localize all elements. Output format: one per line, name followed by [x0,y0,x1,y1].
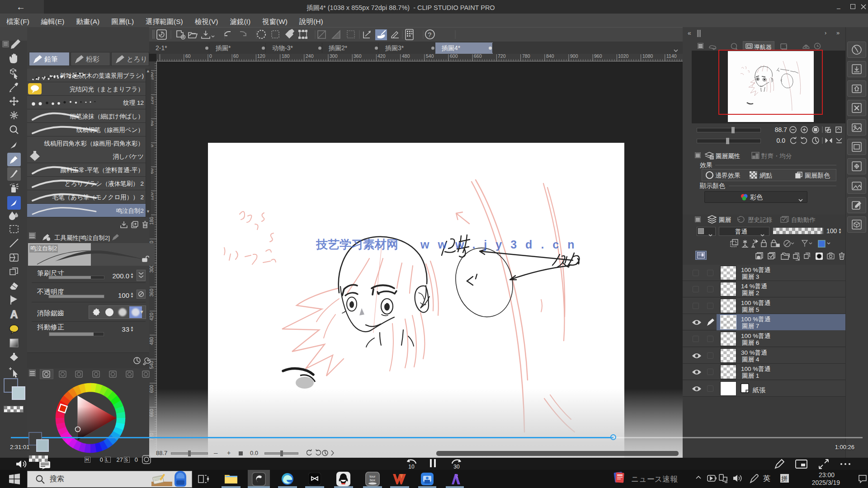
svg-text:?: ? [428,31,431,38]
svg-text:480: 480 [149,337,154,345]
svg-text:540: 540 [426,54,434,59]
svg-text:180: 180 [282,54,290,59]
svg-text:1080: 1080 [642,54,653,59]
svg-text:10: 10 [408,464,415,469]
svg-text:60: 60 [185,54,191,59]
svg-text:420: 420 [377,54,386,59]
svg-text:240: 240 [306,54,314,59]
svg-text:1020: 1020 [618,54,629,59]
svg-text:960: 960 [594,54,602,59]
svg-text:360: 360 [354,54,362,59]
svg-text:840: 840 [546,54,554,59]
svg-text:420: 420 [149,313,154,321]
svg-text:120: 120 [257,54,265,59]
svg-text:720: 720 [498,54,506,59]
svg-text:600: 600 [450,54,458,59]
svg-text:1140: 1140 [666,54,677,59]
svg-text:box: box [370,478,375,482]
svg-text:660: 660 [474,54,482,59]
svg-text:360: 360 [149,289,154,297]
svg-text:900: 900 [570,54,578,59]
svg-text:60: 60 [233,54,239,59]
svg-text:A: A [10,309,18,320]
svg-text:780: 780 [522,54,530,59]
svg-text:0: 0 [209,54,212,59]
svg-text:300: 300 [330,54,338,59]
svg-text:300: 300 [149,265,154,273]
svg-text:30: 30 [453,464,460,469]
svg-text:480: 480 [402,54,410,59]
